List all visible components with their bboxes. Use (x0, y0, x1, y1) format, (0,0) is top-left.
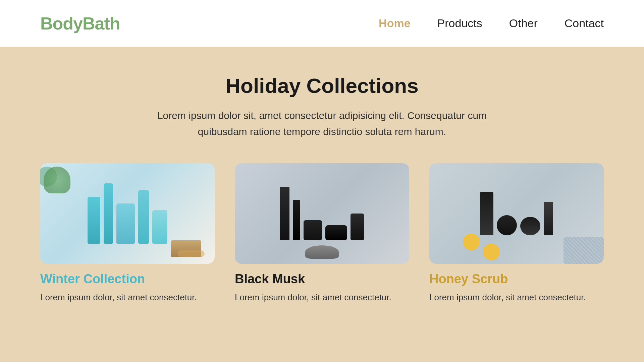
wood-block-decoration (171, 240, 201, 257)
bottle-1 (88, 197, 100, 244)
honey-scrub-bottles (473, 185, 560, 242)
product-desc-honey-scrub: Lorem ipsum dolor, sit amet consectetur. (429, 291, 604, 304)
product-image-black-musk (235, 163, 409, 264)
bottle-3 (116, 203, 135, 244)
section-title: Holiday Collections (40, 74, 604, 98)
product-name-black-musk: Black Musk (235, 272, 409, 286)
product-desc-winter: Lorem ipsum dolor, sit amet consectetur. (40, 291, 215, 304)
nav-item-contact[interactable]: Contact (565, 17, 604, 30)
hs-bottle-2 (497, 215, 517, 235)
site-logo[interactable]: BodyBath (40, 13, 120, 34)
bm-bottle-3 (304, 220, 322, 240)
section-subtitle: Lorem ipsum dolor sit, amet consectetur … (138, 108, 506, 140)
nav-item-products[interactable]: Products (437, 17, 482, 30)
main-nav: Home Products Other Contact (379, 17, 604, 30)
product-card-honey-scrub[interactable]: Honey Scrub Lorem ipsum dolor, sit amet … (429, 163, 604, 304)
hs-bottle-3 (520, 217, 540, 235)
nav-item-other[interactable]: Other (509, 17, 538, 30)
product-name-winter: Winter Collection (40, 272, 215, 286)
bm-bottle-2 (293, 200, 300, 240)
black-musk-bottles (273, 180, 371, 247)
product-card-black-musk[interactable]: Black Musk Lorem ipsum dolor, sit amet c… (235, 163, 409, 304)
main-content: Holiday Collections Lorem ipsum dolor si… (0, 47, 644, 362)
bottle-2 (104, 183, 113, 244)
yellow-badge-1 (463, 234, 480, 250)
plant-decoration (44, 167, 70, 193)
product-image-winter (40, 163, 215, 264)
fabric-decoration (564, 237, 604, 264)
yellow-badge-2 (483, 244, 500, 260)
product-grid: Winter Collection Lorem ipsum dolor, sit… (40, 163, 604, 304)
bm-bottle-5 (351, 214, 364, 240)
bottle-5 (152, 210, 167, 244)
stone-decoration (305, 245, 339, 259)
product-image-honey-scrub (429, 163, 604, 264)
site-header: BodyBath Home Products Other Contact (0, 0, 644, 47)
bm-bottle-4 (325, 225, 347, 240)
winter-bottles (81, 177, 174, 250)
hs-bottle-4 (544, 202, 553, 235)
nav-item-home[interactable]: Home (379, 17, 410, 30)
hs-bottle-1 (480, 192, 493, 235)
product-name-honey-scrub: Honey Scrub (429, 272, 604, 286)
bottle-4 (138, 190, 149, 244)
product-desc-black-musk: Lorem ipsum dolor, sit amet consectetur. (235, 291, 409, 304)
product-card-winter[interactable]: Winter Collection Lorem ipsum dolor, sit… (40, 163, 215, 304)
bm-bottle-1 (280, 187, 289, 240)
